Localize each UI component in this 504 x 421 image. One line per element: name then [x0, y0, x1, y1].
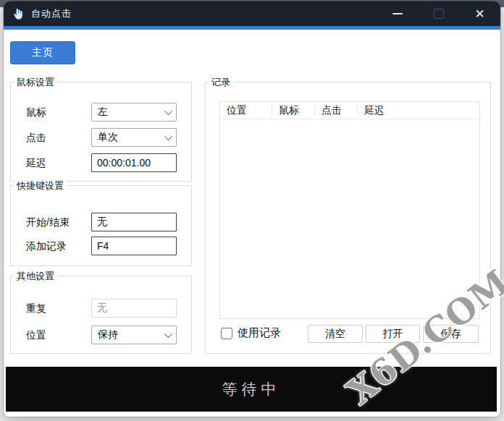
group-mouse-settings-title: 鼠标设置	[14, 76, 57, 89]
hand-pointer-icon	[11, 7, 25, 21]
group-other-settings-title: 其他设置	[14, 270, 57, 283]
minimize-icon	[392, 13, 403, 14]
position-label: 位置	[26, 326, 46, 344]
records-table[interactable]: 位置 鼠标 点击 延迟	[219, 101, 480, 319]
chevron-down-icon	[164, 132, 172, 140]
main-content: 主页 鼠标设置 鼠标 左 点击 单次 延迟 快捷键设置 开始/结束 添加记录	[4, 30, 500, 417]
group-other-settings: 其他设置 重复 位置 保持	[10, 276, 192, 354]
group-mouse-settings: 鼠标设置 鼠标 左 点击 单次 延迟	[10, 82, 192, 182]
mouse-select[interactable]: 左	[91, 103, 177, 122]
group-records-title: 记录	[209, 76, 233, 89]
use-records-label: 使用记录	[238, 326, 281, 340]
click-label: 点击	[26, 128, 46, 147]
mouse-label: 鼠标	[26, 103, 46, 122]
open-button[interactable]: 打开	[366, 325, 420, 343]
repeat-label: 重复	[26, 299, 46, 318]
column-header-delay[interactable]: 延迟	[358, 104, 479, 116]
click-select[interactable]: 单次	[91, 128, 177, 147]
app-window: 自动点击 ✕ 主页 鼠标设置 鼠标 左 点击 单次	[4, 1, 500, 417]
group-hotkey-settings: 快捷键设置 开始/结束 添加记录	[10, 185, 192, 266]
startstop-label: 开始/结束	[26, 213, 70, 231]
save-button[interactable]: 保存	[423, 325, 479, 343]
clear-button[interactable]: 清空	[308, 325, 363, 343]
position-select[interactable]: 保持	[91, 326, 177, 344]
titlebar[interactable]: 自动点击 ✕	[4, 1, 500, 26]
addrecord-hotkey-input[interactable]	[91, 237, 177, 255]
startstop-hotkey-input[interactable]	[91, 213, 177, 231]
chevron-down-icon	[164, 107, 172, 115]
close-icon: ✕	[474, 8, 484, 20]
maximize-icon	[434, 9, 444, 19]
repeat-input	[91, 299, 177, 318]
minimize-button[interactable]	[377, 1, 418, 26]
records-table-body[interactable]	[220, 119, 479, 319]
chevron-down-icon	[164, 330, 172, 338]
click-select-value: 单次	[98, 131, 118, 144]
home-button[interactable]: 主页	[10, 41, 75, 64]
group-hotkey-settings-title: 快捷键设置	[14, 179, 67, 192]
delay-input[interactable]	[91, 153, 177, 172]
column-header-mouse[interactable]: 鼠标	[272, 104, 315, 116]
mouse-select-value: 左	[98, 106, 108, 119]
use-records-checkbox[interactable]	[221, 328, 232, 339]
addrecord-label: 添加记录	[26, 237, 67, 255]
records-table-header: 位置 鼠标 点击 延迟	[220, 102, 479, 119]
close-button[interactable]: ✕	[459, 1, 500, 26]
window-title: 自动点击	[31, 7, 72, 20]
column-header-position[interactable]: 位置	[220, 104, 272, 116]
window-controls: ✕	[377, 1, 500, 26]
group-records: 记录 位置 鼠标 点击 延迟 使用记录 清空 打开 保存	[205, 82, 491, 354]
position-select-value: 保持	[98, 328, 118, 341]
maximize-button[interactable]	[418, 1, 459, 26]
delay-label: 延迟	[26, 153, 46, 172]
status-bar: 等待中	[6, 367, 497, 412]
column-header-click[interactable]: 点击	[315, 104, 358, 116]
status-text: 等待中	[222, 379, 281, 399]
